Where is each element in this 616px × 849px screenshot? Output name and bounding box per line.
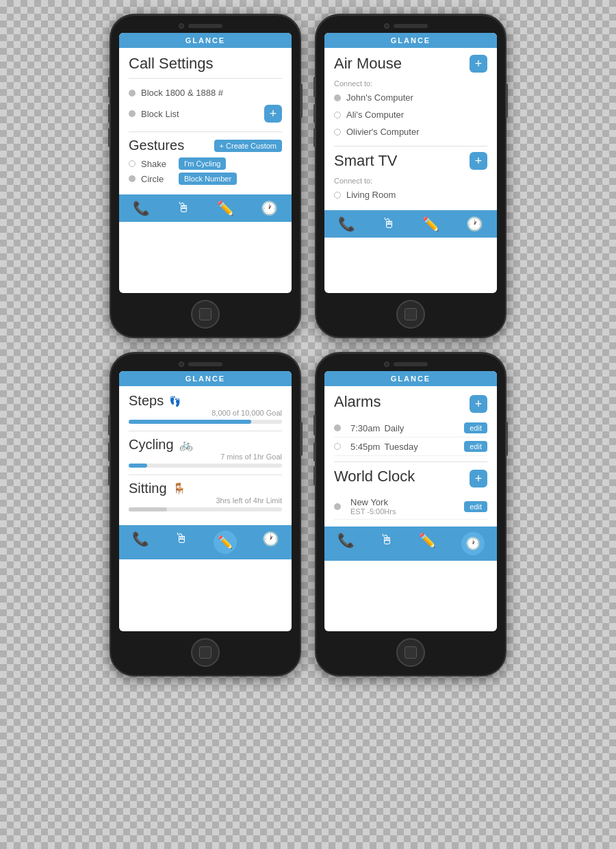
home-button-1[interactable]: [191, 300, 220, 329]
alarm-left-2: 5:45pm Tuesday: [334, 442, 418, 452]
glance-header-4: GLANCE: [324, 371, 497, 386]
nav-mouse-icon-2[interactable]: 🖱: [382, 216, 396, 232]
alis-computer-item: Ali's Computer: [334, 106, 487, 123]
home-button-inner-1: [199, 308, 211, 320]
steps-title: Steps 👣: [129, 393, 282, 409]
phone-speaker-4: [394, 362, 428, 366]
sitting-title: Sitting 🪑: [129, 481, 282, 496]
phone-2: GLANCE Air Mouse + Connect to: John's Co…: [315, 14, 506, 338]
home-button-3[interactable]: [191, 638, 220, 667]
phone-speaker-2: [394, 24, 428, 28]
alarm-radio-1: [334, 424, 341, 431]
world-clock-title: World Clock: [334, 468, 415, 485]
shake-gesture-row: Shake I'm Cycling: [129, 157, 282, 170]
bottom-nav-3: 📞 🖱 ✏️ 🕐: [119, 525, 292, 559]
home-button-2[interactable]: [396, 300, 425, 329]
air-mouse-plus-btn[interactable]: +: [470, 55, 487, 73]
phone-camera-3: [179, 362, 184, 367]
cycling-progress-bg: [129, 464, 282, 468]
im-cycling-btn[interactable]: I'm Cycling: [179, 157, 226, 170]
block-number-btn[interactable]: Block Number: [179, 173, 237, 185]
steps-row: Steps 👣 8,000 of 10,000 Goal: [129, 393, 282, 424]
world-clock-radio-1: [334, 503, 341, 510]
nav-pen-icon-4[interactable]: ✏️: [419, 532, 436, 555]
alis-radio: [334, 112, 341, 118]
johns-radio: [334, 94, 341, 101]
glance-header-3: GLANCE: [119, 371, 292, 386]
smart-tv-connect-label: Connect to:: [334, 177, 487, 185]
glance-header-1: GLANCE: [119, 33, 292, 48]
gestures-section: Gestures + Create Custom Shake I'm Cycli…: [129, 138, 282, 185]
phone-camera: [179, 23, 184, 29]
bottom-nav-2: 📞 🖱 ✏️ 🕐: [324, 210, 497, 238]
nav-phone-icon-4[interactable]: 📞: [337, 532, 355, 555]
circle-gesture-row: Circle Block Number: [129, 173, 282, 185]
smart-tv-plus-btn[interactable]: +: [470, 152, 487, 170]
bottom-nav-4: 📞 🖱 ✏️ 🕐: [324, 527, 497, 561]
block-list-item: Block List +: [129, 101, 282, 126]
phone-speaker: [188, 24, 222, 28]
nav-pen-icon-2[interactable]: ✏️: [422, 216, 439, 232]
nav-mouse-icon-3[interactable]: 🖱: [175, 531, 188, 554]
sitting-subtitle: 3hrs left of 4hr Limit: [129, 496, 282, 505]
nav-clock-icon-1[interactable]: 🕐: [261, 200, 278, 216]
nav-clock-icon-2[interactable]: 🕐: [466, 216, 483, 232]
alarm-row-1: 7:30am Daily edit: [334, 419, 487, 438]
steps-progress-bg: [129, 420, 282, 424]
alarms-title: Alarms: [334, 393, 381, 411]
nav-pen-icon-3-active[interactable]: ✏️: [214, 531, 237, 554]
living-room-radio: [334, 192, 341, 199]
phone-screen-1: GLANCE Call Settings Block 1800 & 1888 #…: [119, 33, 292, 293]
nav-phone-icon-3[interactable]: 📞: [132, 531, 149, 554]
alarm-day-2: Tuesday: [384, 442, 418, 452]
air-mouse-title: Air Mouse: [334, 55, 402, 73]
nav-clock-icon-4-active[interactable]: 🕐: [461, 532, 485, 555]
alarms-plus-btn[interactable]: +: [470, 395, 487, 413]
alarm-edit-btn-1[interactable]: edit: [464, 422, 487, 433]
world-clock-tz-1: EST -5:00Hrs: [350, 507, 396, 516]
home-button-inner-4: [405, 646, 417, 659]
world-clock-plus-btn[interactable]: +: [470, 470, 487, 487]
nav-pen-icon-1[interactable]: ✏️: [217, 200, 234, 216]
glance-header-2: GLANCE: [324, 33, 497, 48]
oliviers-radio: [334, 129, 341, 136]
sitting-progress-bg: [129, 507, 282, 511]
phone-3: GLANCE Steps 👣 8,000 of 10,000 Goal: [110, 352, 301, 676]
nav-phone-icon-2[interactable]: 📞: [338, 216, 355, 232]
steps-subtitle: 8,000 of 10,000 Goal: [129, 409, 282, 417]
world-clock-row-1: New York EST -5:00Hrs edit: [334, 494, 487, 520]
nav-clock-icon-3[interactable]: 🕐: [262, 531, 279, 554]
radio-dot-2: [129, 110, 136, 117]
alarm-edit-btn-2[interactable]: edit: [464, 441, 487, 452]
home-button-inner-3: [199, 646, 211, 659]
alarm-day-1: Daily: [384, 423, 404, 433]
nav-mouse-icon-4[interactable]: 🖱: [380, 532, 394, 555]
air-mouse-connect-label: Connect to:: [334, 79, 487, 88]
nav-mouse-icon-1[interactable]: 🖱: [177, 200, 190, 216]
living-room-item: Living Room: [334, 186, 487, 203]
block-list-plus-btn[interactable]: +: [264, 105, 282, 123]
world-clock-section: World Clock + New York EST -5:00Hrs: [334, 468, 487, 520]
gestures-title: Gestures: [129, 138, 184, 153]
cycling-title: Cycling 🚲: [129, 437, 282, 453]
nav-phone-icon-1[interactable]: 📞: [133, 200, 150, 216]
alarm-left-1: 7:30am Daily: [334, 423, 404, 433]
home-button-inner-2: [405, 308, 417, 320]
phone-camera-4: [384, 362, 389, 367]
sitting-progress-fill: [129, 507, 167, 511]
johns-computer-item: John's Computer: [334, 89, 487, 106]
world-clock-edit-btn-1[interactable]: edit: [464, 501, 487, 512]
bottom-nav-1: 📞 🖱 ✏️ 🕐: [119, 194, 292, 222]
cycling-progress-fill: [129, 464, 147, 468]
alarm-radio-2: [334, 443, 341, 450]
cycling-row: Cycling 🚲 7 mins of 1hr Goal: [129, 437, 282, 468]
home-button-4[interactable]: [396, 638, 425, 667]
oliviers-computer-item: Olivier's Computer: [334, 123, 487, 140]
shake-radio: [129, 160, 136, 167]
circle-radio: [129, 175, 136, 182]
world-clock-city-1: New York: [350, 497, 396, 507]
create-custom-btn[interactable]: + Create Custom: [214, 140, 282, 152]
phone-4: GLANCE Alarms + 7:30am Daily edit: [315, 352, 506, 676]
alarm-time-2: 5:45pm: [350, 442, 380, 452]
world-clock-left-1: New York EST -5:00Hrs: [334, 497, 396, 516]
